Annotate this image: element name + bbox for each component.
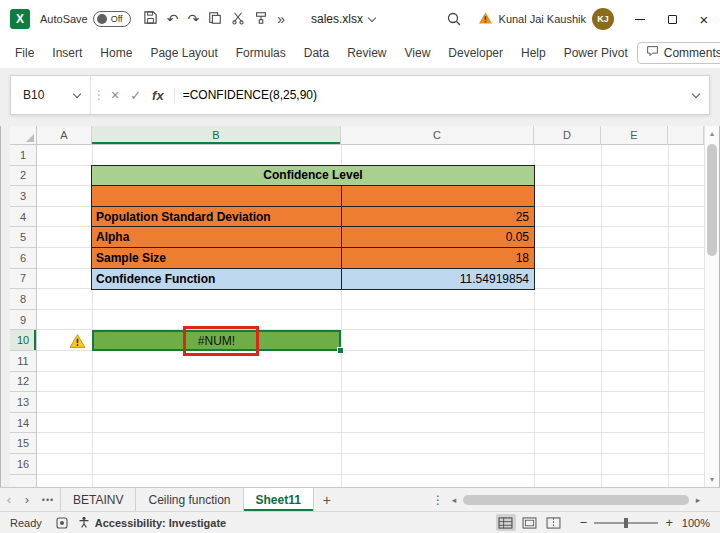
row-header-8[interactable]: 8: [10, 289, 36, 310]
tab-bar-menu-icon[interactable]: ⋮: [428, 488, 448, 511]
column-header-A[interactable]: A: [37, 126, 92, 145]
cancel-icon[interactable]: ×: [111, 88, 119, 102]
row-header-7[interactable]: 7: [10, 269, 36, 290]
row-header-11[interactable]: 11: [10, 351, 36, 372]
vertical-scrollbar[interactable]: ▴ ▾: [704, 126, 719, 487]
row-header-5[interactable]: 5: [10, 227, 36, 248]
maximize-button[interactable]: [656, 0, 688, 38]
scroll-left-icon[interactable]: ◂: [448, 495, 460, 505]
scroll-down-icon[interactable]: ▾: [705, 475, 719, 484]
row-header-4[interactable]: 4: [10, 207, 36, 228]
ribbon-tab-developer[interactable]: Developer: [439, 38, 512, 68]
redo-icon[interactable]: ↷: [187, 12, 199, 26]
row-header-13[interactable]: 13: [10, 392, 36, 413]
sheet-tab-betainv[interactable]: BETAINV: [60, 488, 136, 511]
table-value-cell[interactable]: 0.05: [341, 227, 534, 247]
table-value-cell[interactable]: 25: [341, 207, 534, 227]
column-header-C[interactable]: C: [341, 126, 534, 145]
insert-function-icon[interactable]: fx: [152, 88, 164, 103]
add-sheet-button[interactable]: +: [314, 488, 340, 511]
row-header-12[interactable]: 12: [10, 372, 36, 393]
error-checking-button[interactable]: [68, 332, 86, 350]
table-label-cell[interactable]: Sample Size: [92, 248, 341, 268]
format-painter-icon[interactable]: [254, 11, 268, 28]
file-title[interactable]: sales.xlsx: [311, 12, 375, 26]
ribbon-tab-power-pivot[interactable]: Power Pivot: [555, 38, 637, 68]
zoom-slider[interactable]: [594, 522, 658, 524]
record-macro-icon[interactable]: [56, 517, 68, 529]
horizontal-scroll-track[interactable]: [460, 494, 692, 506]
minimize-button[interactable]: [624, 0, 656, 38]
zoom-level[interactable]: 100%: [680, 517, 710, 529]
undo-icon[interactable]: ↶: [167, 12, 179, 26]
table-value-cell[interactable]: 11.54919854: [341, 269, 534, 290]
cut-icon[interactable]: [231, 11, 245, 28]
accessibility-status[interactable]: Accessibility: Investigate: [78, 516, 226, 530]
row-header-14[interactable]: 14: [10, 413, 36, 434]
blank-cell[interactable]: [92, 186, 341, 206]
view-normal-button[interactable]: [496, 514, 516, 531]
scroll-up-icon[interactable]: ▴: [705, 129, 719, 138]
table-label-cell[interactable]: Confidence Function: [92, 269, 341, 290]
zoom-in-icon[interactable]: +: [665, 516, 673, 529]
row-header-10[interactable]: 10: [10, 330, 36, 351]
blank-cell[interactable]: [341, 186, 534, 206]
row-header-2[interactable]: 2: [10, 166, 36, 187]
table-label-cell[interactable]: Alpha: [92, 227, 341, 247]
fill-handle[interactable]: [337, 347, 344, 354]
ribbon-tab-page-layout[interactable]: Page Layout: [141, 38, 226, 68]
horizontal-scroll-thumb[interactable]: [463, 495, 689, 505]
account-area[interactable]: Kunal Jai Kaushik KJ: [478, 8, 614, 30]
ribbon-tab-insert[interactable]: Insert: [43, 38, 91, 68]
avatar[interactable]: KJ: [592, 8, 614, 30]
name-box[interactable]: B10: [11, 76, 91, 114]
sheet-nav-right-icon[interactable]: ›: [18, 488, 36, 511]
formula-bar-expand-button[interactable]: [683, 94, 709, 97]
row-header-16[interactable]: 16: [10, 454, 36, 475]
row-header-1[interactable]: 1: [10, 145, 36, 166]
scroll-right-icon[interactable]: ▸: [692, 495, 704, 505]
warning-icon[interactable]: [478, 11, 493, 28]
sheet-tab-sheet11[interactable]: Sheet11: [244, 488, 314, 511]
comments-button[interactable]: Comments: [637, 42, 720, 64]
column-header-B[interactable]: B: [92, 126, 341, 145]
ribbon-tab-formulas[interactable]: Formulas: [227, 38, 295, 68]
zoom-slider-thumb[interactable]: [624, 518, 628, 528]
ribbon-tab-home[interactable]: Home: [91, 38, 141, 68]
view-page-break-button[interactable]: [544, 514, 564, 531]
vertical-scroll-thumb[interactable]: [707, 144, 717, 256]
horizontal-scrollbar[interactable]: ◂ ▸: [448, 488, 704, 511]
column-header-E[interactable]: E: [601, 126, 668, 145]
column-header-partial[interactable]: [668, 126, 704, 145]
table-title-cell[interactable]: Confidence Level: [92, 166, 534, 186]
table-label-cell[interactable]: Population Standard Deviation: [92, 207, 341, 227]
row-header-3[interactable]: 3: [10, 186, 36, 207]
zoom-controls: − + 100%: [580, 516, 710, 529]
ribbon-tab-view[interactable]: View: [396, 38, 440, 68]
ribbon-tab-data[interactable]: Data: [295, 38, 338, 68]
name-box-chevron-icon[interactable]: [73, 89, 81, 97]
close-button[interactable]: ×: [688, 0, 720, 38]
ribbon-tab-file[interactable]: File: [6, 38, 43, 68]
zoom-out-icon[interactable]: −: [580, 516, 588, 529]
table-value-cell[interactable]: 18: [341, 248, 534, 268]
column-header-D[interactable]: D: [534, 126, 601, 145]
cells-area[interactable]: Confidence LevelPopulation Standard Devi…: [37, 145, 704, 487]
formula-input[interactable]: =CONFIDENCE(8,25,90): [175, 88, 683, 102]
ribbon-tab-help[interactable]: Help: [512, 38, 555, 68]
row-header-15[interactable]: 15: [10, 433, 36, 454]
enter-icon[interactable]: ✓: [130, 89, 141, 102]
autosave-toggle[interactable]: Off: [93, 11, 131, 27]
select-all-corner[interactable]: [10, 126, 37, 145]
save-icon[interactable]: [143, 10, 158, 28]
sheet-more-icon[interactable]: •••: [36, 488, 60, 511]
ribbon-tab-review[interactable]: Review: [338, 38, 395, 68]
search-icon[interactable]: [446, 11, 462, 27]
row-header-6[interactable]: 6: [10, 248, 36, 269]
sheet-nav-left-icon[interactable]: ‹: [0, 488, 18, 511]
sheet-tab-ceiling-function[interactable]: Ceiling function: [136, 488, 243, 511]
view-page-layout-button[interactable]: [520, 514, 540, 531]
row-header-9[interactable]: 9: [10, 310, 36, 331]
more-commands-icon[interactable]: »: [277, 12, 285, 26]
copy-icon[interactable]: [208, 11, 222, 28]
